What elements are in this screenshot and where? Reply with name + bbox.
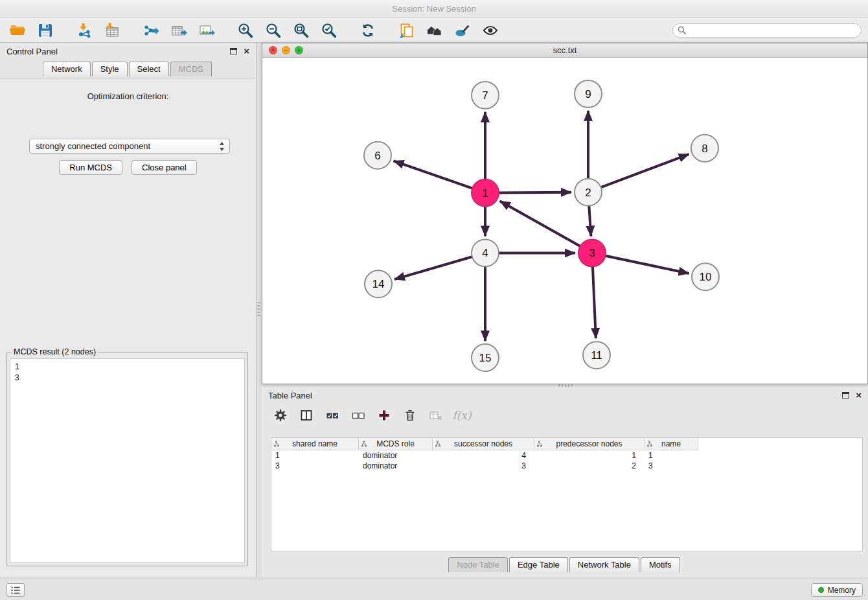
column-header-mcds-role[interactable]: MCDS role bbox=[359, 438, 433, 450]
search-input[interactable] bbox=[672, 23, 862, 38]
network-canvas[interactable]: 7968124314101511 bbox=[262, 58, 867, 384]
close-panel-icon[interactable]: × bbox=[856, 391, 862, 399]
tab-motifs[interactable]: Motifs bbox=[641, 557, 680, 572]
close-panel-button[interactable]: Close panel bbox=[131, 160, 197, 175]
memory-button[interactable]: Memory bbox=[811, 583, 863, 597]
column-header-label: predecessor nodes bbox=[556, 439, 622, 448]
columns-icon bbox=[300, 409, 313, 422]
open-file-button[interactable] bbox=[6, 20, 29, 41]
window-title: Session: New Session bbox=[392, 4, 475, 14]
column-header-label: successor nodes bbox=[454, 439, 512, 448]
control-panel-header: Control Panel × bbox=[0, 43, 256, 60]
table-cell[interactable]: dominator bbox=[359, 450, 433, 461]
mcds-result-box: MCDS result (2 nodes) 13 bbox=[6, 352, 248, 566]
network-graph-svg[interactable]: 7968124314101511 bbox=[262, 58, 867, 384]
column-header-predecessor-nodes[interactable]: predecessor nodes bbox=[534, 438, 645, 450]
apply-layout-button[interactable] bbox=[357, 20, 379, 41]
tab-network[interactable]: Network bbox=[43, 62, 91, 76]
search-field bbox=[672, 23, 862, 38]
graph-edge-1-2[interactable] bbox=[499, 192, 571, 193]
table-cell[interactable]: 1 bbox=[645, 450, 698, 461]
table-cell[interactable]: 1 bbox=[534, 450, 645, 461]
unselect-all-button[interactable] bbox=[348, 406, 368, 425]
table-cell[interactable]: 3 bbox=[645, 461, 698, 471]
export-table-button[interactable] bbox=[168, 20, 190, 41]
tab-node-table[interactable]: Node Table bbox=[448, 557, 508, 572]
network-window-titlebar[interactable]: × − + scc.txt bbox=[262, 43, 867, 58]
vertical-splitter[interactable] bbox=[257, 43, 262, 577]
zoom-selected-button[interactable] bbox=[318, 20, 340, 41]
import-table-button[interactable] bbox=[101, 20, 123, 41]
copy-view-button[interactable] bbox=[396, 20, 418, 41]
graph-edge-1-6[interactable] bbox=[394, 161, 473, 188]
zoom-in-button[interactable] bbox=[234, 20, 257, 41]
close-panel-icon[interactable]: × bbox=[244, 47, 249, 55]
delete-column-button[interactable] bbox=[400, 406, 420, 425]
minimize-window-icon[interactable]: − bbox=[282, 46, 290, 54]
open-folder-icon bbox=[9, 22, 26, 39]
import-group bbox=[73, 20, 123, 41]
save-session-button[interactable] bbox=[34, 20, 56, 41]
layout-group bbox=[357, 20, 379, 41]
export-image-button[interactable] bbox=[196, 20, 218, 41]
zoom-fit-button[interactable] bbox=[290, 20, 312, 41]
eye-icon bbox=[482, 22, 499, 39]
task-history-button[interactable] bbox=[6, 583, 25, 597]
paint-style-button[interactable] bbox=[451, 20, 474, 41]
graph-edge-3-10[interactable] bbox=[606, 256, 689, 273]
table-row[interactable]: 1dominator411 bbox=[271, 450, 862, 461]
table-cell[interactable]: 3 bbox=[271, 461, 359, 471]
export-network-button[interactable] bbox=[140, 20, 162, 41]
run-mcds-button[interactable]: Run MCDS bbox=[59, 160, 122, 175]
home-view-button[interactable] bbox=[424, 20, 446, 41]
column-header-successor-nodes[interactable]: successor nodes bbox=[433, 438, 534, 450]
import-network-button[interactable] bbox=[73, 20, 95, 41]
table-panel-title: Table Panel bbox=[268, 391, 312, 400]
splitter-grip-icon bbox=[257, 302, 260, 316]
maximize-window-icon[interactable]: + bbox=[295, 46, 303, 54]
graph-edge-4-14[interactable] bbox=[394, 257, 472, 279]
float-panel-icon[interactable] bbox=[230, 48, 237, 54]
table-settings-button[interactable] bbox=[271, 406, 290, 425]
paint-style-icon bbox=[454, 22, 471, 39]
optimization-dropdown[interactable]: strongly connected component bbox=[29, 139, 230, 154]
graph-edge-2-3[interactable] bbox=[589, 206, 591, 237]
fx-icon: f(x) bbox=[452, 409, 471, 422]
show-columns-button[interactable] bbox=[297, 406, 316, 425]
table-cell[interactable]: dominator bbox=[359, 461, 433, 471]
network-window: × − + scc.txt 7968124314101511 bbox=[262, 43, 868, 384]
tab-mcds[interactable]: MCDS bbox=[170, 62, 212, 76]
table-cell[interactable]: 4 bbox=[433, 450, 534, 461]
delete-table-button[interactable] bbox=[426, 406, 446, 425]
graph-edge-3-11[interactable] bbox=[593, 266, 596, 338]
gear-icon bbox=[274, 409, 287, 422]
function-builder-button[interactable]: f(x) bbox=[452, 406, 472, 425]
graph-node-label-2: 2 bbox=[585, 187, 591, 199]
tab-edge-table[interactable]: Edge Table bbox=[509, 557, 568, 572]
refresh-icon bbox=[360, 22, 376, 39]
dropdown-value: strongly connected component bbox=[36, 141, 150, 151]
add-column-button[interactable] bbox=[374, 406, 394, 425]
table-cell[interactable]: 1 bbox=[271, 450, 359, 461]
column-header-shared-name[interactable]: shared name bbox=[271, 438, 359, 450]
tab-style[interactable]: Style bbox=[92, 62, 128, 76]
tab-network-table[interactable]: Network Table bbox=[569, 557, 639, 572]
close-window-icon[interactable]: × bbox=[269, 46, 277, 54]
table-panel-header: Table Panel × bbox=[262, 387, 868, 404]
graph-edge-2-8[interactable] bbox=[601, 154, 689, 187]
table-cell[interactable]: 2 bbox=[534, 461, 645, 471]
column-type-icon bbox=[274, 441, 282, 448]
column-header-name[interactable]: name bbox=[645, 438, 698, 450]
table-panel: Table Panel × bbox=[262, 387, 868, 577]
table-row[interactable]: 3dominator323 bbox=[271, 461, 862, 471]
graph-edge-3-1[interactable] bbox=[500, 201, 580, 246]
save-icon bbox=[37, 22, 54, 39]
table-cell[interactable]: 3 bbox=[433, 461, 534, 471]
zoom-out-button[interactable] bbox=[262, 20, 284, 41]
column-header-label: shared name bbox=[292, 439, 337, 448]
tab-select[interactable]: Select bbox=[129, 62, 169, 76]
mcds-result-list[interactable]: 13 bbox=[10, 358, 245, 563]
show-graphics-button[interactable] bbox=[479, 20, 501, 41]
float-panel-icon[interactable] bbox=[842, 392, 849, 398]
select-all-button[interactable] bbox=[323, 406, 342, 425]
